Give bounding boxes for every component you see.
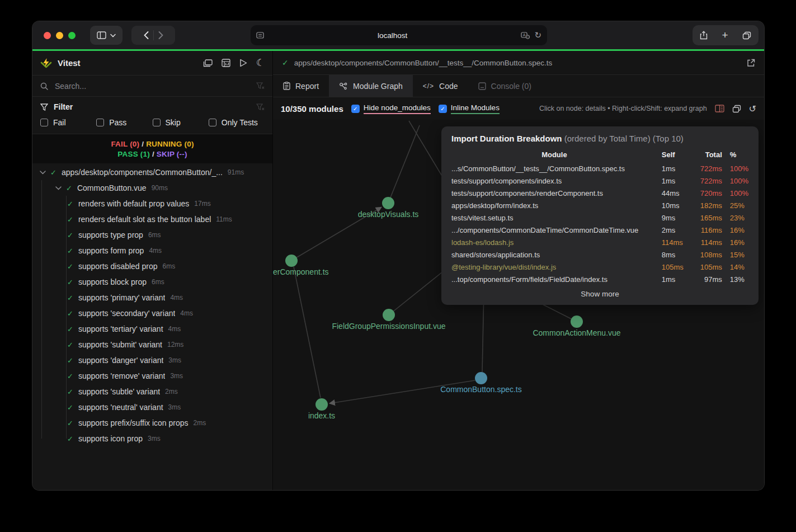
chevron-down-icon[interactable] xyxy=(54,186,63,190)
reload-icon[interactable]: ↻ xyxy=(534,30,541,40)
total-time: 97ms xyxy=(687,273,722,285)
duration-row[interactable]: ...s/CommonButton/__tests__/CommonButton… xyxy=(451,162,748,175)
graph-node-commonbutton-spec-ts[interactable] xyxy=(475,372,487,384)
test-file-row[interactable]: ✓apps/desktop/components/CommonButton/_.… xyxy=(32,164,272,180)
report-icon xyxy=(283,82,290,90)
tab-module-graph[interactable]: Module Graph xyxy=(329,75,413,97)
duration-row[interactable]: tests/support/components/renderComponent… xyxy=(451,187,748,199)
tab-report[interactable]: Report xyxy=(273,75,329,97)
tab-overview-icon[interactable] xyxy=(742,31,751,40)
hide-node-modules-toggle[interactable]: ✓ Hide node_modules xyxy=(351,103,431,114)
minimize-button[interactable] xyxy=(56,32,63,39)
open-external-icon[interactable] xyxy=(747,59,755,67)
sidebar-toggle-button[interactable] xyxy=(90,26,123,45)
search-input[interactable]: Search... xyxy=(55,82,249,91)
module-graph-canvas[interactable]: desktopVisuals.tserComponent.tsFieldGrou… xyxy=(273,120,764,490)
graph-node-ercomponent-ts[interactable] xyxy=(285,255,298,267)
pass-check-icon: ✓ xyxy=(67,309,73,318)
indent-guide xyxy=(41,180,42,439)
translate-icon[interactable]: A xyxy=(521,32,530,39)
tab-label: Code xyxy=(439,82,458,91)
self-time: 1ms xyxy=(657,273,687,285)
test-case-row[interactable]: ✓supports 'primary' variant4ms xyxy=(32,290,272,305)
test-case-row[interactable]: ✓supports form prop4ms xyxy=(32,243,272,258)
search-bar[interactable]: Search... xyxy=(32,75,272,97)
percent: 23% xyxy=(722,211,748,224)
filter-checkbox-fail[interactable]: Fail xyxy=(40,118,96,127)
test-case-row[interactable]: ✓supports 'submit' variant12ms xyxy=(32,337,272,352)
close-button[interactable] xyxy=(44,32,51,39)
dashboard-windows-icon[interactable] xyxy=(203,59,213,67)
inline-modules-toggle[interactable]: ✓ Inline Modules xyxy=(439,103,500,114)
duration-row[interactable]: apps/desktop/form/index.ts10ms182ms25% xyxy=(451,199,748,211)
duration-row[interactable]: tests/vitest.setup.ts9ms165ms23% xyxy=(451,211,748,224)
test-case-row[interactable]: ✓supports 'remove' variant3ms xyxy=(32,368,272,384)
graph-node-label: desktopVisuals.ts xyxy=(358,210,419,219)
share-icon[interactable] xyxy=(700,31,708,40)
chevron-down-icon xyxy=(110,34,116,37)
test-duration: 6ms xyxy=(148,231,161,239)
address-bar[interactable]: localhost A ↻ xyxy=(251,25,547,45)
test-case-row[interactable]: ✓supports 'secondary' variant4ms xyxy=(32,305,272,321)
vitest-brand: Vitest xyxy=(40,58,81,69)
module-path: tests/support/components/index.ts xyxy=(451,175,657,187)
tab-console-0[interactable]: Console (0) xyxy=(468,75,541,97)
test-case-row[interactable]: ✓supports 'subtle' variant2ms xyxy=(32,384,272,399)
test-case-row[interactable]: ✓renders with default prop values17ms xyxy=(32,196,272,211)
graph-node-label: CommonButton.spec.ts xyxy=(440,385,522,394)
show-more-button[interactable]: Show more xyxy=(451,285,748,298)
test-case-row[interactable]: ✓supports type prop6ms xyxy=(32,227,272,243)
graph-node-commonactionmenu-vue[interactable] xyxy=(571,316,583,328)
filter-checkbox-only-tests[interactable]: Only Tests xyxy=(209,118,265,127)
filter-options: FailPassSkipOnly Tests xyxy=(40,118,265,127)
run-all-icon[interactable] xyxy=(239,59,247,67)
new-tab-icon[interactable]: + xyxy=(722,29,728,41)
total-time: 105ms xyxy=(687,261,722,273)
reader-icon[interactable] xyxy=(256,32,264,39)
checkbox-label: Only Tests xyxy=(222,118,258,127)
forward-button[interactable] xyxy=(158,31,163,39)
reset-rotate-icon[interactable]: ↺ xyxy=(749,103,756,114)
test-case-row[interactable]: ✓supports 'neutral' variant3ms xyxy=(32,399,272,415)
duration-row[interactable]: @testing-library/vue/dist/index.js105ms1… xyxy=(451,261,748,273)
test-case-row[interactable]: ✓supports icon prop3ms xyxy=(32,431,272,446)
coverage-icon[interactable] xyxy=(222,59,230,67)
test-case-row[interactable]: ✓supports prefix/suffix icon props2ms xyxy=(32,415,272,431)
pass-check-icon: ✓ xyxy=(67,200,73,208)
zoom-button[interactable] xyxy=(68,32,76,39)
test-label: apps/desktop/components/CommonButton/_..… xyxy=(62,168,223,177)
duration-row[interactable]: .../components/CommonDateTime/CommonDate… xyxy=(451,224,748,236)
test-case-row[interactable]: ✓supports block prop6ms xyxy=(32,274,272,290)
test-suite-row[interactable]: ✓CommonButton.vue90ms xyxy=(32,180,272,196)
duration-row[interactable]: tests/support/components/index.ts1ms722m… xyxy=(451,175,748,187)
chevron-down-icon[interactable] xyxy=(38,171,47,175)
tab-label: Module Graph xyxy=(353,82,403,91)
tab-code[interactable]: </>Code xyxy=(413,75,468,97)
clear-filter-icon[interactable] xyxy=(256,103,265,111)
test-duration: 3ms xyxy=(168,356,181,364)
back-button[interactable] xyxy=(144,31,149,39)
pass-check-icon: ✓ xyxy=(66,184,72,192)
test-case-row[interactable]: ✓supports 'danger' variant3ms xyxy=(32,352,272,368)
duration-row[interactable]: lodash-es/lodash.js114ms114ms16% xyxy=(451,236,748,248)
dark-mode-icon[interactable]: ☾ xyxy=(256,57,265,69)
console-icon xyxy=(478,82,486,90)
filter-checkbox-pass[interactable]: Pass xyxy=(96,118,152,127)
clear-search-filter-icon[interactable] xyxy=(256,82,265,90)
duration-row[interactable]: shared/stores/application.ts8ms108ms15% xyxy=(451,248,748,261)
windows-restore-icon[interactable] xyxy=(732,105,741,113)
duration-row[interactable]: ...top/components/Form/fields/FieldDate/… xyxy=(451,273,748,285)
legend-book-icon[interactable] xyxy=(715,105,724,112)
test-case-row[interactable]: ✓supports disabled prop6ms xyxy=(32,258,272,274)
test-case-row[interactable]: ✓supports 'tertiary' variant4ms xyxy=(32,321,272,337)
test-duration: 2ms xyxy=(194,419,206,427)
test-case-row[interactable]: ✓renders default slot as the button labe… xyxy=(32,211,272,227)
filter-checkbox-skip[interactable]: Skip xyxy=(153,118,209,127)
graph-node-index-ts[interactable] xyxy=(315,398,328,411)
svg-text:A: A xyxy=(523,33,526,37)
module-path: @testing-library/vue/dist/index.js xyxy=(451,261,657,273)
module-graph-icon xyxy=(339,82,348,90)
toolbar-right-buttons: + xyxy=(693,25,759,45)
graph-node-desktopvisuals-ts[interactable] xyxy=(382,197,394,209)
graph-node-fieldgrouppermissionsinput-vue[interactable] xyxy=(383,309,395,321)
